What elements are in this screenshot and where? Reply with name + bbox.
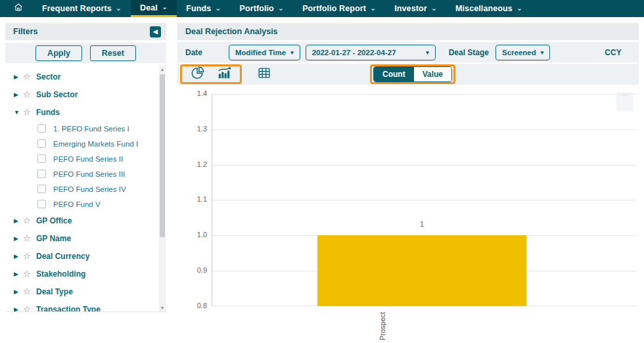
star-icon[interactable]: ☆ bbox=[23, 89, 36, 99]
reset-button[interactable]: Reset bbox=[90, 45, 136, 61]
chevron-down-icon: ⌄ bbox=[370, 4, 376, 12]
filter-group-label: Deal Type bbox=[36, 287, 73, 296]
checkbox[interactable] bbox=[37, 185, 46, 193]
table-view-button[interactable] bbox=[251, 66, 277, 82]
value-toggle-button[interactable]: Value bbox=[414, 67, 451, 81]
nav-item-label: Frequent Reports bbox=[42, 4, 112, 13]
sidebar-scrollbar[interactable]: ▲ ▼ bbox=[159, 65, 166, 311]
star-icon[interactable]: ☆ bbox=[23, 251, 36, 261]
gridline bbox=[212, 129, 637, 130]
caret-right-icon[interactable]: ▶ bbox=[14, 74, 23, 80]
nav-item-investor[interactable]: Investor ⌄ bbox=[385, 0, 446, 17]
report-header: Deal Rejection Analysis bbox=[177, 23, 639, 40]
nav-item-miscellaneous[interactable]: Miscellaneous ⌄ bbox=[446, 0, 532, 17]
filter-actions: Apply Reset bbox=[5, 43, 166, 63]
filter-option-fund-3[interactable]: PEFO Fund Series II bbox=[5, 151, 166, 166]
filter-option-fund-4[interactable]: PEFO Fund Series III bbox=[5, 166, 166, 181]
filter-group-gp-office[interactable]: ▶ ☆ GP Office bbox=[5, 212, 166, 229]
caret-right-icon[interactable]: ▶ bbox=[14, 288, 23, 295]
checkbox[interactable] bbox=[37, 124, 46, 133]
filter-option-label: PEFO Fund Series IV bbox=[53, 185, 126, 193]
collapse-left-icon: ◀ bbox=[153, 28, 158, 35]
star-icon[interactable]: ☆ bbox=[23, 107, 36, 117]
filter-group-sub-sector[interactable]: ▶ ☆ Sub Sector bbox=[5, 85, 166, 103]
chevron-down-icon: ⌄ bbox=[517, 4, 522, 12]
filter-group-sector[interactable]: ▶ ☆ Sector bbox=[5, 68, 166, 85]
y-axis-tick: 1.0 bbox=[177, 231, 207, 239]
dropdown-arrow-icon: ▾ bbox=[426, 49, 429, 56]
filter-option-label: Emerging Markets Fund I bbox=[53, 140, 138, 148]
filter-group-gp-name[interactable]: ▶ ☆ GP Name bbox=[5, 229, 166, 247]
filter-group-stakeholding[interactable]: ▶ ☆ Stakeholding bbox=[5, 265, 166, 283]
filter-group-label: Transaction Type bbox=[36, 305, 101, 313]
report-controls: Date Modified Time ▾ 2022-01-27 - 2022-0… bbox=[177, 42, 639, 62]
nav-item-label: Portfolio bbox=[240, 4, 274, 13]
filter-group-deal-currency[interactable]: ▶ ☆ Deal Currency bbox=[5, 247, 166, 265]
checkbox[interactable] bbox=[37, 170, 46, 178]
star-icon[interactable]: ☆ bbox=[23, 304, 36, 312]
y-axis-tick: 1.1 bbox=[177, 195, 207, 204]
caret-right-icon[interactable]: ▶ bbox=[14, 253, 23, 260]
checkbox[interactable] bbox=[37, 154, 46, 163]
caret-right-icon[interactable]: ▶ bbox=[14, 271, 23, 277]
filters-header: Filters ◀ bbox=[5, 23, 166, 40]
filter-group-label: Sector bbox=[36, 72, 60, 81]
nav-item-funds[interactable]: Funds ⌄ bbox=[177, 0, 230, 17]
highlight-box-count-value: Count Value bbox=[370, 64, 455, 84]
date-type-dropdown[interactable]: Modified Time ▾ bbox=[229, 45, 300, 60]
table-icon bbox=[257, 66, 271, 83]
x-axis-category-label: Prospect bbox=[379, 302, 390, 340]
y-axis-tick: 1.2 bbox=[177, 160, 207, 169]
caret-right-icon[interactable]: ▶ bbox=[14, 306, 23, 313]
caret-right-icon[interactable]: ▶ bbox=[14, 91, 23, 98]
filter-group-label: GP Name bbox=[36, 234, 71, 243]
deal-stage-dropdown[interactable]: Screened ▾ bbox=[495, 45, 550, 60]
checkbox[interactable] bbox=[37, 200, 46, 208]
nav-item-label: Funds bbox=[186, 4, 211, 13]
caret-down-icon[interactable]: ▼ bbox=[14, 109, 23, 116]
caret-right-icon[interactable]: ▶ bbox=[14, 217, 23, 224]
nav-item-deal[interactable]: Deal ⌄ bbox=[131, 0, 177, 17]
filter-option-fund-1[interactable]: 1. PEFO Fund Series I bbox=[5, 121, 166, 136]
star-icon[interactable]: ☆ bbox=[23, 72, 36, 81]
dropdown-arrow-icon: ▾ bbox=[541, 49, 544, 56]
y-axis-tick: 0.8 bbox=[177, 302, 207, 310]
filter-option-fund-2[interactable]: Emerging Markets Fund I bbox=[5, 136, 166, 151]
nav-item-label: Miscellaneous bbox=[455, 4, 513, 13]
filter-group-label: Funds bbox=[36, 108, 60, 117]
chart-toolbar: Count Value bbox=[177, 64, 639, 85]
chevron-down-icon: ⌄ bbox=[162, 3, 168, 11]
bar-chart-button[interactable] bbox=[211, 66, 237, 82]
nav-item-label: Portfolio Report bbox=[302, 4, 366, 13]
filter-option-fund-5[interactable]: PEFO Fund Series IV bbox=[5, 181, 166, 196]
star-icon[interactable]: ☆ bbox=[23, 269, 36, 279]
filter-option-label: 1. PEFO Fund Series I bbox=[53, 125, 129, 133]
nav-item-frequent-reports[interactable]: Frequent Reports ⌄ bbox=[33, 0, 131, 17]
bar-prospect[interactable] bbox=[317, 235, 526, 306]
star-icon[interactable]: ☆ bbox=[23, 286, 36, 296]
checkbox[interactable] bbox=[37, 139, 46, 148]
star-icon[interactable]: ☆ bbox=[23, 216, 36, 225]
nav-item-portfolio-report[interactable]: Portfolio Report ⌄ bbox=[293, 0, 385, 17]
collapse-panel-button[interactable]: ◀ bbox=[150, 26, 161, 37]
count-toggle-button[interactable]: Count bbox=[374, 67, 414, 81]
top-nav: Frequent Reports ⌄ Deal ⌄ Funds ⌄ Portfo… bbox=[0, 0, 644, 17]
nav-item-portfolio[interactable]: Portfolio ⌄ bbox=[231, 0, 294, 17]
date-range-dropdown[interactable]: 2022-01-27 - 2022-04-27 ▾ bbox=[306, 45, 436, 60]
ccy-label: CCY bbox=[605, 48, 621, 57]
filters-title: Filters bbox=[13, 27, 38, 36]
scroll-up-icon[interactable]: ▲ bbox=[159, 65, 166, 73]
filter-group-deal-type[interactable]: ▶ ☆ Deal Type bbox=[5, 283, 166, 300]
filter-group-transaction-type[interactable]: ▶ ☆ Transaction Type bbox=[5, 300, 166, 312]
star-icon[interactable]: ☆ bbox=[23, 233, 36, 243]
scroll-down-icon[interactable]: ▼ bbox=[159, 304, 166, 311]
scrollbar-thumb[interactable] bbox=[160, 74, 165, 237]
apply-button[interactable]: Apply bbox=[35, 45, 82, 61]
bar-chart-icon bbox=[217, 66, 232, 83]
filter-option-fund-6[interactable]: PEFO Fund V bbox=[5, 196, 166, 212]
filter-group-funds[interactable]: ▼ ☆ Funds bbox=[5, 103, 166, 121]
pie-chart-button[interactable] bbox=[185, 66, 211, 82]
caret-right-icon[interactable]: ▶ bbox=[14, 235, 23, 242]
y-axis-tick: 1.4 bbox=[177, 89, 207, 98]
home-button[interactable] bbox=[0, 0, 33, 17]
